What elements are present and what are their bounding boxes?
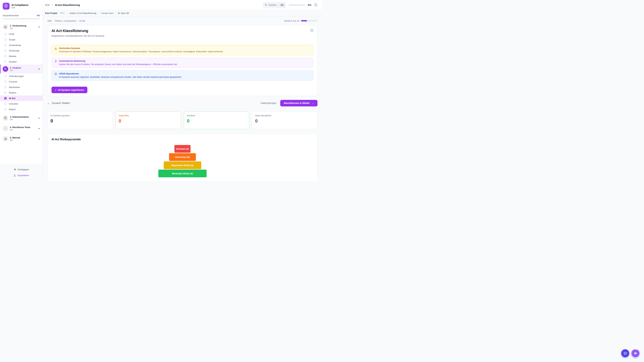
alerts: Hochrisiko-Systeme Hochrisiko-KI erforde… bbox=[52, 45, 313, 81]
double-chevron-left-icon bbox=[14, 168, 16, 171]
step-label: Schritt 5 von 14 bbox=[284, 19, 299, 22]
chevron-up-icon bbox=[38, 26, 40, 28]
stat-konform: Konform 0 bbox=[184, 111, 250, 129]
section-rechtliche-texte[interactable]: 4. Rechtliche Texte 0% bbox=[0, 124, 42, 133]
breadcrumb-current: AI Act Klassifizierung bbox=[55, 4, 80, 6]
chevron-down-icon bbox=[38, 138, 40, 140]
sidebar-item-screening[interactable]: Screening bbox=[0, 48, 42, 53]
plus-icon: + bbox=[55, 88, 57, 91]
step-progress-track bbox=[301, 20, 318, 21]
collapse-sidebar-button[interactable]: Einklappen bbox=[0, 167, 42, 172]
section-label: 5. Betrieb bbox=[10, 136, 36, 139]
radio-icon bbox=[4, 38, 7, 41]
divider bbox=[116, 12, 116, 14]
main-column: SDK AI Act Klassifizierung Suchen... ⌘K … bbox=[43, 0, 322, 181]
chevron-down-icon bbox=[38, 117, 40, 119]
sidebar-item-checklist[interactable]: Checklist bbox=[0, 101, 42, 107]
section-percent: 0% bbox=[10, 129, 36, 131]
warning-icon bbox=[54, 47, 57, 50]
help-icon[interactable] bbox=[310, 29, 314, 32]
section-label: 3. Dokumentation bbox=[10, 116, 36, 118]
section-percent: 0% bbox=[10, 118, 36, 120]
alert-crud-operationen: CRUD-Operationen KI-Systeme koennen regi… bbox=[52, 70, 313, 81]
export-button[interactable]: Exportieren bbox=[0, 172, 42, 178]
pyramid-level-minimales-risiko: Minimales Risiko (0) bbox=[158, 170, 206, 177]
sidebar-item-anforderungen[interactable]: Anforderungen bbox=[0, 73, 42, 79]
top-header: SDK AI Act Klassifizierung Suchen... ⌘K … bbox=[43, 0, 322, 10]
sidebar-item-anwendung[interactable]: Anwendung bbox=[0, 42, 42, 48]
radio-icon bbox=[4, 49, 7, 52]
app-subtitle: SDK bbox=[12, 7, 28, 9]
overall-progress-value: 0% bbox=[37, 14, 40, 17]
divider bbox=[0, 123, 42, 123]
breadcrumb-ai-act: AI Act bbox=[79, 19, 85, 22]
sidebar-header: AI Compliance SDK bbox=[0, 0, 42, 12]
header-progress-value: 0% bbox=[308, 4, 311, 6]
content-area: SDK / Phase 1: Assessment / AI Act Schri… bbox=[43, 16, 322, 181]
breadcrumb-phase[interactable]: Phase 1: Assessment bbox=[55, 19, 76, 22]
register-ki-system-button[interactable]: + KI-System registrieren bbox=[52, 87, 88, 93]
version-badge: V001 bbox=[60, 12, 64, 14]
section-dokumentation[interactable]: 3. Dokumentation 0% bbox=[0, 114, 42, 122]
status-bar: Kein Projekt V001 Zuletzt: AI Act Klassi… bbox=[43, 10, 322, 16]
upload-icon bbox=[14, 174, 16, 177]
sidebar-item-module[interactable]: Module bbox=[0, 53, 42, 59]
chevron-right-icon bbox=[51, 4, 54, 6]
section-label: 4. Rechtliche Texte bbox=[10, 126, 36, 129]
arrow-right-icon: → bbox=[311, 102, 314, 105]
sidebar-nav: 1. Vorbereitung 0% Profil Scope Anwendun… bbox=[0, 22, 42, 165]
overall-progress-track bbox=[3, 18, 40, 19]
radio-icon bbox=[4, 80, 7, 83]
sidebar-item-profil[interactable]: Profil bbox=[0, 31, 42, 37]
step-progress-fill bbox=[301, 20, 307, 21]
sidebar-item-risiken[interactable]: Risiken bbox=[0, 90, 42, 95]
radio-icon bbox=[4, 108, 7, 111]
radio-icon bbox=[4, 55, 7, 57]
sidebar-item-report[interactable]: Report bbox=[0, 107, 42, 112]
back-button[interactable]: ← Zurueck: Risiken bbox=[47, 102, 70, 105]
page-subtitle: Registrieren und klassifizieren Sie Ihre… bbox=[52, 34, 313, 37]
section-analyse[interactable]: 2. Analyse 0% bbox=[0, 64, 42, 73]
risk-pyramid: Verboten (0) Hochrisiko (0) Begrenztes R… bbox=[52, 145, 313, 177]
sync-status: Sync OK bbox=[118, 12, 129, 14]
sidebar-item-ai-act[interactable]: AI Act bbox=[0, 95, 42, 101]
shortcut-badge: ⌘K bbox=[280, 3, 285, 7]
stat-cards: KI-Systeme gesamt 0 Hochrisiko 0 Konform… bbox=[47, 111, 318, 129]
pyramid-title: AI Act Risikopyramide bbox=[52, 138, 313, 141]
sidebar-item-quellen[interactable]: Quellen bbox=[0, 59, 42, 64]
divider bbox=[98, 12, 99, 14]
section-betrieb[interactable]: 5. Betrieb 0% bbox=[0, 134, 42, 143]
sidebar-item-nachweise[interactable]: Nachweise bbox=[0, 84, 42, 90]
radio-selected-icon bbox=[4, 97, 7, 99]
pyramid-level-verboten: Verboten (0) bbox=[174, 145, 190, 153]
shield-check-icon bbox=[4, 4, 8, 8]
finish-next-button[interactable]: Abschliessen & Weiter → bbox=[280, 100, 318, 106]
overall-progress-label: Gesamtfortschritt bbox=[3, 14, 18, 17]
app-logo bbox=[3, 3, 10, 9]
breadcrumb-sdk[interactable]: SDK bbox=[47, 19, 52, 22]
help-icon[interactable] bbox=[314, 3, 318, 7]
chevron-down-icon bbox=[38, 127, 40, 130]
last-saved-time: Gerade eben bbox=[101, 12, 113, 14]
search-icon bbox=[265, 4, 267, 6]
stat-hochrisiko: Hochrisiko 0 bbox=[116, 111, 181, 129]
risk-pyramid-card: AI Act Risikopyramide Verboten (0) Hochr… bbox=[47, 134, 318, 181]
page-title: AI Act Klassifizierung bbox=[52, 29, 313, 33]
search-input[interactable]: Suchen... ⌘K bbox=[263, 2, 286, 8]
ai-act-card: AI Act Klassifizierung Registrieren und … bbox=[47, 25, 318, 96]
radio-icon bbox=[4, 86, 7, 88]
pyramid-level-begrenztes-risiko: Begrenztes Risiko (0) bbox=[164, 161, 201, 169]
sidebar-item-controls[interactable]: Controls bbox=[0, 79, 42, 84]
header-breadcrumb: SDK AI Act Klassifizierung bbox=[45, 4, 260, 6]
section-percent: 0% bbox=[10, 69, 36, 71]
arrow-left-icon: ← bbox=[47, 102, 50, 105]
last-step-label: Zuletzt: AI Act Klassifizierung bbox=[70, 12, 96, 14]
breadcrumb-root[interactable]: SDK bbox=[45, 4, 50, 6]
radio-icon bbox=[4, 75, 7, 77]
stat-nicht-klassifiziert: Nicht klassifiziert 0 bbox=[252, 111, 318, 129]
skip-button[interactable]: Ueberspringen bbox=[260, 102, 276, 104]
stat-ki-systeme-gesamt: KI-Systeme gesamt 0 bbox=[47, 111, 113, 129]
project-label: Kein Projekt bbox=[45, 12, 57, 14]
sidebar-item-scope[interactable]: Scope bbox=[0, 37, 42, 42]
section-vorbereitung[interactable]: 1. Vorbereitung 0% bbox=[0, 22, 42, 31]
